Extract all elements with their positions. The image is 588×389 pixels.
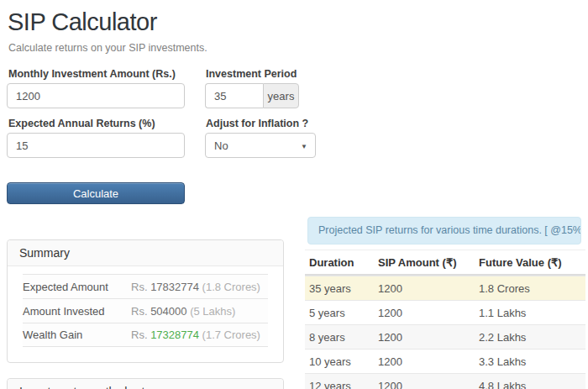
projection-header-cell: Future Value (₹) <box>479 256 585 269</box>
projection-sip-amount-cell: 1200 <box>378 307 479 319</box>
projection-future-value-cell: 1.1 Lakhs <box>479 307 585 319</box>
summary-row-note: (1.7 Crores) <box>202 329 260 341</box>
projection-note: Projected SIP returns for various time d… <box>307 217 581 244</box>
projection-future-value-cell: 2.2 Lakhs <box>479 331 585 344</box>
investment-period-label: Investment Period <box>206 68 297 80</box>
projection-future-value-cell: 3.3 Lakhs <box>479 355 585 368</box>
page-subtitle: Calculate returns on your SIP investment… <box>8 42 207 54</box>
annual-returns-input[interactable] <box>7 133 185 158</box>
summary-row-label: Expected Amount <box>23 281 131 293</box>
investment-period-group: years <box>205 83 299 108</box>
growth-chart-panel-cutoff: Investment growth chart <box>7 378 284 389</box>
summary-rows: Expected Amount Rs. 17832774 (1.8 Crores… <box>8 266 283 347</box>
projection-future-value-cell: 4.8 Lakhs <box>479 380 585 389</box>
projection-table-row: 8 years 1200 2.2 Lakhs <box>305 324 585 349</box>
projection-duration-cell: 10 years <box>309 355 378 368</box>
inflation-select[interactable]: No ▼ <box>205 133 316 158</box>
projection-duration-cell: 12 years <box>309 380 378 389</box>
monthly-amount-label: Monthly Investment Amount (Rs.) <box>8 68 176 80</box>
projection-table-row: 12 years 1200 4.8 Lakhs <box>305 373 585 389</box>
summary-row-label: Amount Invested <box>23 305 131 318</box>
projection-sip-amount-cell: 1200 <box>378 282 479 295</box>
summary-row-value: 504000 <box>150 305 186 318</box>
inflation-select-value: No <box>214 139 228 152</box>
summary-row: Expected Amount Rs. 17832774 (1.8 Crores… <box>23 274 268 298</box>
projection-sip-amount-cell: 1200 <box>378 331 479 344</box>
projection-duration-cell: 8 years <box>309 331 378 344</box>
projection-table-header-row: DurationSIP Amount (₹)Future Value (₹) <box>305 250 585 276</box>
projection-duration-cell: 5 years <box>309 307 378 319</box>
summary-row-note: (5 Lakhs) <box>190 305 235 318</box>
sip-calculator-page: SIP Calculator Calculate returns on your… <box>0 0 588 389</box>
projection-header-cell: SIP Amount (₹) <box>378 256 479 269</box>
annual-returns-label: Expected Annual Returns (%) <box>8 118 155 129</box>
projection-header-cell: Duration <box>309 256 378 269</box>
projection-table-row: 10 years 1200 3.3 Lakhs <box>305 349 585 373</box>
page-title: SIP Calculator <box>8 8 157 36</box>
summary-row: Amount Invested Rs. 504000 (5 Lakhs) <box>23 298 268 323</box>
projection-sip-amount-cell: 1200 <box>378 380 479 389</box>
projection-table-body: 35 years 1200 1.8 Crores 5 years 1200 1.… <box>305 276 585 389</box>
chevron-down-icon: ▼ <box>301 143 307 150</box>
projection-duration-cell: 35 years <box>309 282 378 295</box>
growth-chart-panel-title: Investment growth chart <box>8 379 283 389</box>
inflation-label: Adjust for Inflation ? <box>206 118 308 129</box>
investment-period-input[interactable] <box>205 83 263 108</box>
summary-row-label: Wealth Gain <box>23 329 131 341</box>
summary-row-currency: Rs. <box>131 329 148 341</box>
summary-panel: Summary Expected Amount Rs. 17832774 (1.… <box>7 239 284 363</box>
summary-panel-title: Summary <box>8 240 283 266</box>
summary-row-currency: Rs. <box>131 281 148 293</box>
projection-sip-amount-cell: 1200 <box>378 355 479 368</box>
summary-row-value: 17328774 <box>150 329 199 341</box>
projection-future-value-cell: 1.8 Crores <box>479 282 585 295</box>
projection-table-row: 5 years 1200 1.1 Lakhs <box>305 300 585 324</box>
monthly-amount-input[interactable] <box>7 83 185 108</box>
projection-table: DurationSIP Amount (₹)Future Value (₹) 3… <box>305 250 585 389</box>
years-addon-label: years <box>263 83 299 108</box>
summary-row-currency: Rs. <box>131 305 148 318</box>
summary-row: Wealth Gain Rs. 17328774 (1.7 Crores) <box>23 323 268 347</box>
summary-row-value: 17832774 <box>150 281 199 293</box>
calculate-button[interactable]: Calculate <box>7 182 185 204</box>
summary-row-note: (1.8 Crores) <box>202 281 260 293</box>
projection-table-row: 35 years 1200 1.8 Crores <box>305 276 585 300</box>
